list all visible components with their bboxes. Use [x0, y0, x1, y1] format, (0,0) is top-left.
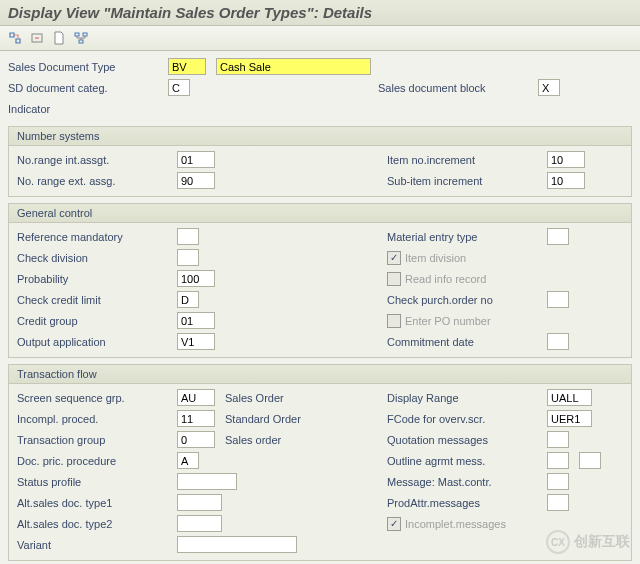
expand-icon[interactable] [28, 29, 46, 47]
tgroup-input[interactable] [177, 431, 215, 448]
ref-mandatory-input[interactable] [177, 228, 199, 245]
commitment-date-input[interactable] [547, 333, 569, 350]
transaction-flow-group: Transaction flow Screen sequence grp.Sal… [8, 364, 632, 561]
item-div-label: Item division [405, 252, 466, 264]
seq-grp-label: Screen sequence grp. [17, 392, 177, 404]
incompl-input[interactable] [177, 410, 215, 427]
sub-inc-label: Sub-item increment [387, 175, 547, 187]
fcode-label: FCode for overv.scr. [387, 413, 547, 425]
seq-grp-desc: Sales Order [225, 392, 325, 404]
incomplmsg-label: Incomplet.messages [405, 518, 506, 530]
document-icon[interactable] [50, 29, 68, 47]
sales-doc-type-input[interactable] [168, 58, 206, 75]
svg-rect-1 [75, 33, 79, 36]
credit-group-label: Credit group [17, 315, 177, 327]
outline-label: Outline agrmt mess. [387, 455, 547, 467]
material-entry-input[interactable] [547, 228, 569, 245]
watermark-icon: CX [546, 530, 570, 554]
check-div-input[interactable] [177, 249, 199, 266]
svg-rect-2 [83, 33, 87, 36]
incomplmsg-checkbox: ✓ [387, 517, 401, 531]
ext-range-label: No. range ext. assg. [17, 175, 177, 187]
svg-rect-3 [79, 40, 83, 43]
fcode-input[interactable] [547, 410, 592, 427]
docpric-label: Doc. pric. procedure [17, 455, 177, 467]
watermark-text: 创新互联 [574, 533, 630, 551]
credit-limit-input[interactable] [177, 291, 199, 308]
int-range-label: No.range int.assgt. [17, 154, 177, 166]
credit-limit-label: Check credit limit [17, 294, 177, 306]
toggle-icon[interactable] [6, 29, 24, 47]
number-systems-group: Number systems No.range int.assgt. No. r… [8, 126, 632, 197]
probability-label: Probability [17, 273, 177, 285]
check-po-input[interactable] [547, 291, 569, 308]
int-range-input[interactable] [177, 151, 215, 168]
tgroup-label: Transaction group [17, 434, 177, 446]
item-div-checkbox: ✓ [387, 251, 401, 265]
msgmast-input[interactable] [547, 473, 569, 490]
prodattr-input[interactable] [547, 494, 569, 511]
status-label: Status profile [17, 476, 177, 488]
sales-doc-type-desc [216, 58, 371, 75]
item-inc-input[interactable] [547, 151, 585, 168]
item-inc-label: Item no.increment [387, 154, 547, 166]
sales-block-label: Sales document block [378, 82, 538, 94]
watermark: CX 创新互联 [546, 530, 630, 554]
general-control-title: General control [9, 204, 631, 223]
prodattr-label: ProdAttr.messages [387, 497, 547, 509]
sd-cat-label: SD document categ. [8, 82, 168, 94]
credit-group-input[interactable] [177, 312, 215, 329]
tree-icon[interactable] [72, 29, 90, 47]
quot-input[interactable] [547, 431, 569, 448]
transaction-flow-title: Transaction flow [9, 365, 631, 384]
msgmast-label: Message: Mast.contr. [387, 476, 547, 488]
outline-input[interactable] [547, 452, 569, 469]
alt1-input[interactable] [177, 494, 222, 511]
outline-input2[interactable] [579, 452, 601, 469]
enter-po-checkbox [387, 314, 401, 328]
number-systems-title: Number systems [9, 127, 631, 146]
status-input[interactable] [177, 473, 237, 490]
check-div-label: Check division [17, 252, 177, 264]
read-info-label: Read info record [405, 273, 486, 285]
ext-range-input[interactable] [177, 172, 215, 189]
material-entry-label: Material entry type [387, 231, 547, 243]
variant-input[interactable] [177, 536, 297, 553]
toolbar [0, 26, 640, 51]
incompl-desc: Standard Order [225, 413, 325, 425]
incompl-label: Incompl. proced. [17, 413, 177, 425]
output-app-input[interactable] [177, 333, 215, 350]
ref-mandatory-label: Reference mandatory [17, 231, 177, 243]
read-info-checkbox [387, 272, 401, 286]
docpric-input[interactable] [177, 452, 199, 469]
general-control-group: General control Reference mandatory Chec… [8, 203, 632, 358]
commitment-date-label: Commitment date [387, 336, 547, 348]
probability-input[interactable] [177, 270, 215, 287]
seq-grp-input[interactable] [177, 389, 215, 406]
alt2-input[interactable] [177, 515, 222, 532]
quot-label: Quotation messages [387, 434, 547, 446]
disp-range-label: Display Range [387, 392, 547, 404]
disp-range-input[interactable] [547, 389, 592, 406]
output-app-label: Output application [17, 336, 177, 348]
sub-inc-input[interactable] [547, 172, 585, 189]
page-title: Display View "Maintain Sales Order Types… [0, 0, 640, 26]
variant-label: Variant [17, 539, 177, 551]
alt1-label: Alt.sales doc. type1 [17, 497, 177, 509]
enter-po-label: Enter PO number [405, 315, 491, 327]
sales-doc-type-label: Sales Document Type [8, 61, 168, 73]
sales-block-input[interactable] [538, 79, 560, 96]
alt2-label: Alt.sales doc. type2 [17, 518, 177, 530]
sd-cat-input[interactable] [168, 79, 190, 96]
indicator-label: Indicator [8, 103, 168, 115]
check-po-label: Check purch.order no [387, 294, 547, 306]
tgroup-desc: Sales order [225, 434, 325, 446]
